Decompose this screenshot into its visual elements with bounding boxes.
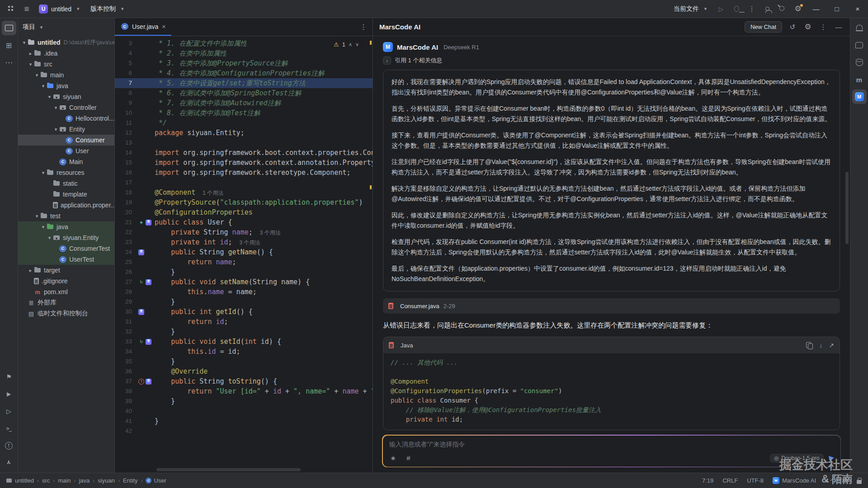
line-number[interactable]: 37 (115, 376, 137, 386)
code-text[interactable]: @Override (155, 366, 208, 376)
code-text[interactable]: this.name = name; (155, 287, 257, 297)
tree-item-siyuan-entity[interactable]: ▾siyuan.Entity (18, 232, 114, 243)
code-line[interactable]: 13 (115, 138, 373, 148)
window-close-button[interactable]: × (847, 0, 868, 18)
services-icon[interactable] (2, 404, 16, 418)
code-text[interactable]: * 1. 在配置文件中添加属性 (155, 38, 247, 48)
tree-item-application-properties[interactable]: application.proper... (18, 200, 114, 211)
code-text[interactable]: * 5. 在类中设置get/set;重写toString方法 (155, 78, 306, 88)
tree-item-gitignore[interactable]: .gitignore (18, 276, 114, 286)
code-line[interactable]: 6 * 4. 在类中添加@ConfigurationProperties注解 (115, 68, 373, 78)
line-number[interactable]: 26 (115, 267, 137, 277)
code-text[interactable]: * 6. 在测试类中添加@SpringBootTest注解 (155, 88, 302, 98)
code-text[interactable]: private int id;3 个用法 (155, 237, 260, 247)
code-text[interactable]: } (155, 327, 175, 337)
code-line[interactable]: 21public class User { (115, 217, 373, 227)
breadcrumb-entity[interactable]: Entity (123, 477, 138, 484)
line-number[interactable]: 20 (115, 207, 137, 217)
tree-item-java-test[interactable]: ▾java (18, 221, 114, 232)
code-text[interactable]: return name; (155, 257, 236, 267)
chat-message-input[interactable] (389, 441, 834, 448)
line-number[interactable]: 21 (115, 217, 137, 227)
new-chat-button[interactable]: New Chat (745, 21, 782, 33)
tree-item-java-main[interactable]: ▾java (18, 80, 114, 91)
mars-gutter-icon[interactable] (146, 339, 151, 345)
code-text[interactable]: public int getId() { (155, 307, 253, 317)
line-number[interactable]: 24 (115, 247, 137, 257)
mars-gutter-icon[interactable] (146, 379, 151, 385)
line-number[interactable]: 16 (115, 168, 137, 178)
code-text[interactable]: * 2. 在类中添加属性 (155, 48, 226, 58)
code-line[interactable]: 42 (115, 426, 373, 436)
chat-settings-button[interactable] (803, 22, 813, 32)
code-text[interactable]: package siyuan.Entity; (155, 128, 245, 138)
line-number[interactable]: 31 (115, 317, 137, 327)
commands-icon[interactable]: ∗ (389, 454, 397, 462)
code-line[interactable]: 23 private int id;3 个用法 (115, 237, 373, 247)
tree-item-idea[interactable]: ▸.idea (18, 48, 114, 59)
line-number[interactable]: 12 (115, 128, 137, 138)
code-text[interactable]: @PropertySource("classpath:application.p… (155, 197, 363, 207)
code-text[interactable]: } (155, 396, 175, 406)
line-number[interactable]: 11 (115, 118, 137, 128)
next-problem-icon[interactable]: ∨ (355, 42, 359, 47)
code-line[interactable]: 16import org.springframework.stereotype.… (115, 168, 373, 178)
code-line[interactable]: 10 * 8. 在测试类中添加@Test注解 (115, 108, 373, 118)
notifications-icon[interactable] (852, 21, 867, 35)
code-text[interactable]: @ConfigurationProperties (155, 207, 253, 217)
code-line[interactable]: 34 this.id = id; (115, 347, 373, 357)
code-line[interactable]: 8 * 6. 在测试类中添加@SpringBootTest注解 (115, 88, 373, 98)
line-ending-selector[interactable]: CRLF (722, 477, 738, 484)
chevron-down-icon[interactable]: ▾ (27, 61, 34, 67)
code-text[interactable]: private String name;3 个用法 (155, 227, 281, 237)
code-line[interactable]: 4 * 2. 在类中添加属性 (115, 48, 373, 58)
file-reference-chip[interactable]: Consumer.java 2-29 (383, 298, 840, 314)
line-number[interactable]: 3 (115, 38, 137, 48)
code-line[interactable]: 22 private String name;3 个用法 (115, 227, 373, 237)
line-number[interactable]: 14 (115, 148, 137, 158)
mars-gutter-icon[interactable] (146, 220, 151, 225)
code-line[interactable]: 31 return id; (115, 317, 373, 327)
code-text[interactable]: * 8. 在测试类中添加@Test注解 (155, 108, 260, 118)
code-line[interactable]: 38 return "User [id=" + id + ", name=" +… (115, 386, 373, 396)
cls-gutter-icon[interactable] (138, 220, 144, 225)
line-number[interactable]: 42 (115, 426, 137, 436)
copy-icon[interactable] (806, 342, 813, 349)
line-number[interactable]: 10 (115, 108, 137, 118)
line-number[interactable]: 15 (115, 158, 137, 168)
breadcrumb-main[interactable]: main (58, 477, 71, 484)
chevron-down-icon[interactable]: ▾ (21, 40, 28, 46)
code-line[interactable]: 15import org.springframework.context.ann… (115, 158, 373, 168)
code-line[interactable]: 35 } (115, 357, 373, 366)
code-text[interactable]: * 3. 在类中添加@PropertySource注解 (155, 58, 288, 68)
context-hash-icon[interactable]: # (405, 454, 413, 462)
line-number[interactable]: 27 (115, 277, 137, 287)
usage-inlay-hint[interactable]: 3 个用法 (260, 230, 281, 236)
code-text[interactable]: } (155, 416, 159, 426)
tab-user-java[interactable]: User.java × (115, 18, 171, 36)
account-button[interactable] (760, 1, 775, 17)
line-number[interactable]: 7 (115, 78, 137, 88)
code-text[interactable]: import org.springframework.context.annot… (155, 158, 373, 168)
open-in-editor-icon[interactable]: ↗ (829, 342, 834, 349)
line-number[interactable]: 5 (115, 58, 137, 68)
code-line[interactable]: 20@ConfigurationProperties (115, 207, 373, 217)
line-number[interactable]: 4 (115, 48, 137, 58)
code-text[interactable]: public class User { (155, 217, 232, 227)
code-line[interactable]: 39 } (115, 396, 373, 406)
tree-item-static[interactable]: static (18, 178, 114, 189)
prev-problem-icon[interactable]: ∧ (349, 42, 352, 47)
tree-item-main[interactable]: ▾main (18, 70, 114, 80)
chevron-down-icon[interactable]: ▾ (52, 105, 59, 111)
line-number[interactable]: 41 (115, 416, 137, 426)
code-line[interactable]: 7 * 5. 在类中设置get/set;重写toString方法 (115, 78, 373, 88)
error-stripe-mark[interactable] (370, 185, 372, 189)
chevron-down-icon[interactable]: ▾ (46, 235, 53, 241)
database-icon[interactable] (852, 55, 867, 70)
code-text[interactable]: public void setName(String name) { (155, 277, 310, 287)
chevron-down-icon[interactable]: ▾ (40, 224, 47, 230)
ai-assistant-icon[interactable] (852, 38, 867, 52)
line-number[interactable]: 40 (115, 406, 137, 416)
code-text[interactable]: * 4. 在类中添加@ConfigurationProperties注解 (155, 68, 325, 78)
lock-icon[interactable] (857, 480, 862, 484)
